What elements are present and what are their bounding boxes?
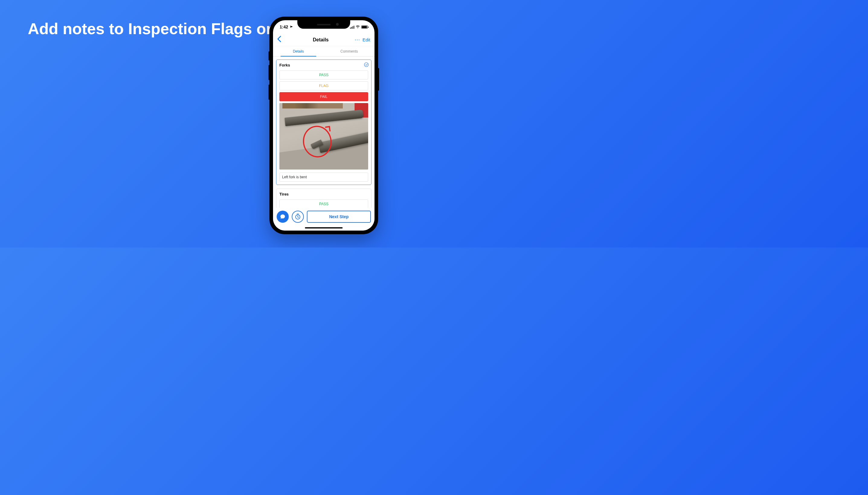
phone-screen: 1:42 Details — [273, 20, 374, 231]
inspection-card-tires: Tires PASS — [276, 189, 371, 208]
more-menu-button[interactable]: ··· — [355, 37, 360, 43]
cellular-signal-icon — [350, 25, 355, 29]
card-title-tires: Tires — [279, 192, 368, 197]
location-arrow-icon — [288, 24, 294, 30]
svg-point-0 — [364, 63, 368, 67]
flag-button-forks[interactable]: FLAG — [279, 81, 368, 90]
status-time: 1:42 — [280, 24, 288, 29]
content-scroll[interactable]: Forks PASS FLAG FAIL Left fork is bent — [273, 56, 374, 208]
card-title-forks: Forks — [279, 63, 368, 67]
next-step-button[interactable]: Next Step — [307, 211, 371, 223]
inspection-card-forks: Forks PASS FLAG FAIL Left fork is bent — [276, 59, 371, 185]
phone-power-button — [378, 68, 379, 91]
timer-button[interactable] — [292, 211, 304, 223]
phone-notch — [298, 20, 350, 29]
tab-details[interactable]: Details — [273, 46, 324, 56]
phone-silence-switch — [268, 51, 269, 61]
card-check-icon — [364, 62, 369, 67]
fail-button-forks[interactable]: FAIL — [279, 92, 368, 101]
phone-volume-down — [268, 85, 269, 100]
tab-comments[interactable]: Comments — [324, 46, 374, 56]
chat-button[interactable] — [277, 211, 289, 223]
back-button[interactable] — [277, 35, 289, 45]
inspection-photo[interactable] — [279, 103, 368, 170]
nav-title: Details — [313, 37, 329, 42]
battery-icon — [361, 25, 368, 29]
pass-button-tires[interactable]: PASS — [279, 200, 368, 208]
home-indicator[interactable] — [305, 227, 343, 228]
timer-icon — [295, 214, 301, 220]
phone-volume-up — [268, 65, 269, 80]
chat-icon — [280, 214, 286, 220]
phone-frame: 1:42 Details — [269, 17, 378, 234]
pass-button-forks[interactable]: PASS — [279, 70, 368, 80]
note-input-forks[interactable]: Left fork is bent — [279, 173, 368, 182]
wifi-icon — [355, 24, 360, 29]
edit-button[interactable]: Edit — [362, 37, 370, 42]
tabs: Details Comments — [273, 46, 374, 56]
nav-bar: Details ··· Edit — [273, 34, 374, 46]
